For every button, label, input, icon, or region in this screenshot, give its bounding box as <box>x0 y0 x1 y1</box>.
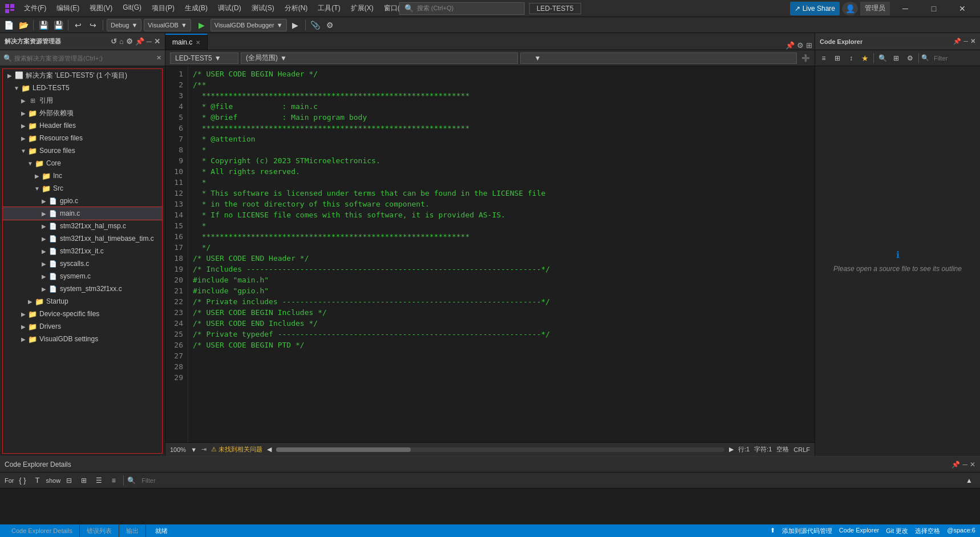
menu-view[interactable]: 视图(V) <box>85 2 117 14</box>
code-editor[interactable]: /* USER CODE BEGIN Header *//** ********… <box>188 66 815 442</box>
close-button[interactable]: ✕ <box>949 0 975 17</box>
status-spaces-info[interactable]: 选择空格 <box>915 527 940 535</box>
ce-list2-icon[interactable]: ⊞ <box>831 52 844 64</box>
start-debug-btn[interactable]: ▶ <box>289 19 302 31</box>
save-all-btn[interactable]: 💾 <box>52 19 64 31</box>
admin-button[interactable]: 管理员 <box>860 2 890 15</box>
code-explorer-pin-icon[interactable]: 📌 <box>953 38 961 45</box>
misc-btn[interactable]: ⚙ <box>324 19 337 31</box>
bp-show-icon2[interactable]: ⊞ <box>78 474 90 487</box>
menu-project[interactable]: 项目(P) <box>147 2 179 14</box>
bp-icon2[interactable]: T <box>31 474 44 487</box>
filter-icon[interactable]: ⚙ <box>126 37 133 46</box>
tree-item-sysmem[interactable]: ▶ 📄 sysmem.c <box>3 270 162 282</box>
sidebar-search-close-icon[interactable]: ✕ <box>156 54 161 62</box>
tree-item-ext-dep[interactable]: ▶ 📁 外部依赖项 <box>3 107 162 119</box>
bp-icon1[interactable]: { } <box>17 474 29 487</box>
ce-sort-icon[interactable]: ↕ <box>845 52 857 64</box>
add-to-source-control[interactable]: 添加到源代码管理 <box>782 527 832 535</box>
project-node[interactable]: ▼ 📁 LED-TEST5 <box>3 82 162 94</box>
redo-btn[interactable]: ↪ <box>87 19 99 31</box>
tree-item-ref[interactable]: ▶ ⊞ 引用 <box>3 94 162 107</box>
minimize-button[interactable]: ─ <box>892 0 918 17</box>
undo-btn[interactable]: ↩ <box>72 19 84 31</box>
ce-settings-icon[interactable]: ⚙ <box>904 52 916 64</box>
bp-show-icon1[interactable]: ⊟ <box>63 474 75 487</box>
attach-btn[interactable]: 📎 <box>309 19 322 31</box>
bottom-pin-icon[interactable]: 📌 <box>951 461 960 469</box>
bp-show-icon3[interactable]: ☰ <box>92 474 105 487</box>
tree-item-inc[interactable]: ▶ 📁 Inc <box>3 169 162 182</box>
tree-item-hal-msp[interactable]: ▶ 📄 stm32f1xx_hal_msp.c <box>3 220 162 232</box>
bottom-tab-error-list[interactable]: 错误列表 <box>80 524 119 537</box>
tree-item-startup[interactable]: ▶ 📁 Startup <box>3 295 162 308</box>
right-panel-tab-git[interactable]: Git 更改 <box>886 527 908 535</box>
close-panel-icon[interactable]: ✕ <box>154 37 160 46</box>
debug-config-dropdown[interactable]: Debug ▼ <box>107 19 141 31</box>
menu-file[interactable]: 文件(F) <box>19 2 51 14</box>
home-icon[interactable]: ⌂ <box>119 37 124 46</box>
debugger-dropdown[interactable]: VisualGDB Debugger ▼ <box>210 19 287 31</box>
file-path-display[interactable]: LED-TEST5 ▼ <box>170 53 238 64</box>
bottom-tab-output[interactable]: 输出 <box>119 524 146 537</box>
menu-edit[interactable]: 编辑(E) <box>52 2 84 14</box>
maximize-button[interactable]: □ <box>921 0 947 17</box>
menu-git[interactable]: Git(G) <box>118 2 146 14</box>
tree-item-timebase[interactable]: ▶ 📄 stm32f1xx_hal_timebase_tim.c <box>3 232 162 245</box>
ce-filter-input[interactable] <box>930 53 976 64</box>
bp-up-icon[interactable]: ▲ <box>963 474 975 487</box>
menu-build[interactable]: 生成(B) <box>180 2 212 14</box>
bottom-dock-icon[interactable]: ─ <box>962 461 967 469</box>
tree-item-resource-files[interactable]: ▶ 📁 Resource files <box>3 132 162 144</box>
ce-search-icon[interactable]: 🔍 <box>876 52 889 64</box>
bp-show-icon4[interactable]: ≡ <box>107 474 120 487</box>
tree-item-syscalls[interactable]: ▶ 📄 syscalls.c <box>3 257 162 270</box>
tree-item-gpio[interactable]: ▶ 📄 gpio.c <box>3 195 162 207</box>
tree-item-visualgdb-settings[interactable]: ▶ 📁 VisualGDB settings <box>3 333 162 345</box>
tree-item-source-files[interactable]: ▼ 📁 Source files <box>3 144 162 157</box>
solution-node[interactable]: ▶ ⬜ 解决方案 'LED-TEST5' (1 个项目) <box>3 69 162 82</box>
save-btn[interactable]: 💾 <box>37 19 50 31</box>
status-space-num[interactable]: @space:6 <box>947 527 975 535</box>
bp-filter-input[interactable] <box>138 475 961 486</box>
new-project-btn[interactable]: 📄 <box>2 19 15 31</box>
scroll-right-icon[interactable]: ▶ <box>729 446 734 453</box>
tree-item-drivers[interactable]: ▶ 📁 Drivers <box>3 320 162 333</box>
scope-display2[interactable]: ▼ <box>520 53 797 64</box>
right-panel-tab-code-explorer[interactable]: Code Explorer <box>839 527 879 535</box>
tab-close-icon[interactable]: ✕ <box>196 39 200 46</box>
menu-analyze[interactable]: 分析(N) <box>280 2 313 14</box>
sync-icon[interactable]: ↺ <box>111 37 117 46</box>
tree-item-header-files[interactable]: ▶ 📁 Header files <box>3 119 162 132</box>
zoom-dropdown-icon[interactable]: ▼ <box>191 446 197 453</box>
editor-pin-icon[interactable]: 📌 <box>785 41 795 50</box>
title-search-box[interactable]: 🔍 搜索 (Ctrl+Q) <box>399 2 525 15</box>
menu-test[interactable]: 测试(S) <box>247 2 279 14</box>
ce-filter2-icon[interactable]: ⊞ <box>890 52 902 64</box>
scroll-left-icon[interactable]: ◀ <box>267 446 272 453</box>
user-avatar[interactable]: 👤 <box>842 2 858 15</box>
live-share-button[interactable]: ↗ Live Share <box>790 2 840 15</box>
tree-item-system-stm32[interactable]: ▶ 📄 system_stm32f1xx.c <box>3 282 162 295</box>
ce-star-icon[interactable]: ★ <box>858 52 871 64</box>
bottom-close-icon[interactable]: ✕ <box>970 461 975 469</box>
tree-item-main[interactable]: ▶ 📄 main.c <box>3 207 162 220</box>
editor-expand-icon[interactable]: ⊞ <box>806 41 812 50</box>
tree-item-src[interactable]: ▼ 📁 Src <box>3 182 162 195</box>
scroll-bar[interactable] <box>276 447 724 452</box>
menu-debug[interactable]: 调试(D) <box>213 2 246 14</box>
run-btn[interactable]: ▶ <box>196 19 208 31</box>
platform-dropdown[interactable]: VisualGDB ▼ <box>144 19 191 31</box>
editor-settings-icon[interactable]: ⚙ <box>797 41 804 50</box>
tree-item-it[interactable]: ▶ 📄 stm32f1xx_it.c <box>3 245 162 257</box>
editor-tab-main[interactable]: main.c ✕ <box>165 34 208 50</box>
pin-icon[interactable]: 📌 <box>135 37 144 46</box>
tree-item-device-specific[interactable]: ▶ 📁 Device-specific files <box>3 308 162 320</box>
open-btn[interactable]: 📂 <box>17 19 30 31</box>
tree-item-core[interactable]: ▼ 📁 Core <box>3 157 162 169</box>
dock-icon[interactable]: ─ <box>147 37 152 46</box>
menu-extensions[interactable]: 扩展(X) <box>346 2 378 14</box>
editor-add-icon[interactable]: ➕ <box>801 54 810 62</box>
code-explorer-close-icon[interactable]: ✕ <box>970 38 975 45</box>
bottom-tab-code-explorer[interactable]: Code Explorer Details <box>5 524 80 537</box>
